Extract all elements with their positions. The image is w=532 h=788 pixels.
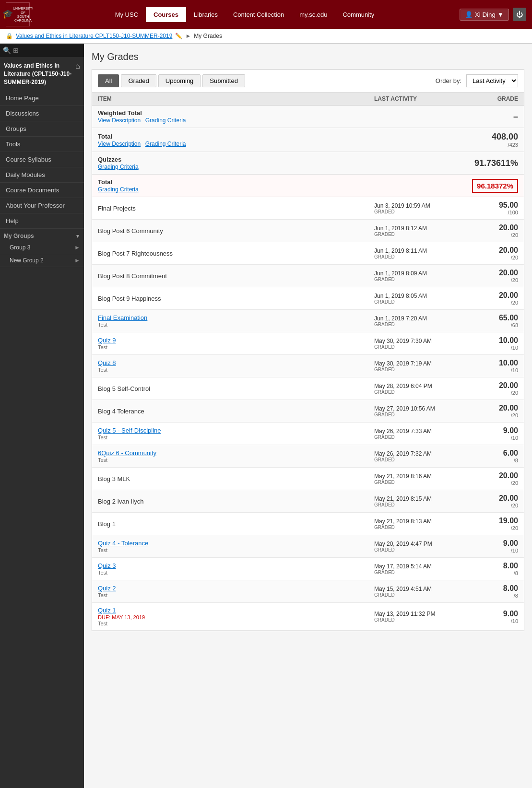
order-by-select[interactable]: Last Activity — [466, 74, 518, 87]
total-view-desc[interactable]: View Description — [98, 141, 141, 147]
grade-status: GRADED — [374, 480, 461, 485]
table-header: ITEM LAST ACTIVITY GRADE — [92, 93, 524, 106]
nav-my-usc[interactable]: My USC — [107, 7, 146, 22]
top-bar: 🎓 UNIVERSITY OFSOUTH CAROLINA My USC Cou… — [0, 0, 532, 29]
table-row: Final Examination Test Jun 1, 2019 7:20 … — [92, 310, 524, 332]
grade-item-cell: Final Examination Test — [98, 314, 374, 328]
quizzes-grading-criteria[interactable]: Grading Criteria — [98, 164, 139, 170]
grade-item-cell: Blog Post 7 Righteousness — [98, 250, 374, 257]
sidebar-item-daily-modules[interactable]: Daily Modules — [0, 167, 84, 183]
grade-item-name-link[interactable]: Quiz 9 — [98, 337, 116, 344]
grade-grade-cell: 20.00 /20 — [461, 246, 518, 260]
col-header-grade: GRADE — [461, 95, 518, 102]
sidebar-new-group-2[interactable]: New Group 2 ► — [0, 254, 84, 267]
grade-activity-cell: May 27, 2019 10:56 AM GRADED — [374, 405, 461, 417]
total2-grade: 96.18372% — [472, 179, 518, 193]
sidebar-group-3[interactable]: Group 3 ► — [0, 241, 84, 254]
grade-item-name: Blog 1 — [98, 520, 116, 528]
weighted-total-links: View Description Grading Criteria — [98, 117, 374, 124]
nav-community[interactable]: Community — [335, 7, 382, 22]
grade-item-name-link[interactable]: Quiz 8 — [98, 359, 116, 366]
filter-submitted-button[interactable]: Submitted — [202, 74, 245, 87]
sidebar-my-groups-header[interactable]: My Groups ▼ — [0, 229, 84, 241]
grade-activity-cell: May 26, 2019 7:32 AM GRADED — [374, 450, 461, 462]
filter-bar: All Graded Upcoming Submitted Order by: … — [92, 70, 524, 93]
nav-libraries[interactable]: Libraries — [186, 7, 225, 22]
grade-activity-date: May 26, 2019 7:32 AM — [374, 450, 461, 457]
grade-value: 20.00 — [461, 291, 518, 300]
grade-max: /20 — [461, 232, 518, 238]
sidebar-item-home-page[interactable]: Home Page — [0, 91, 84, 106]
sidebar-item-help[interactable]: Help — [0, 213, 84, 229]
weighted-total-grading-criteria[interactable]: Grading Criteria — [145, 117, 186, 124]
grade-item-name-link[interactable]: 6Quiz 6 - Community — [98, 449, 156, 457]
table-row: Blog Post 6 Community Jun 1, 2019 8:12 A… — [92, 220, 524, 242]
grade-status: GRADED — [374, 322, 461, 327]
top-nav: My USC Courses Libraries Content Collect… — [107, 7, 382, 22]
grade-status: GRADED — [374, 389, 461, 395]
filter-all-button[interactable]: All — [98, 74, 119, 87]
grade-item-cell: Blog 2 Ivan Ilych — [98, 498, 374, 505]
home-icon[interactable]: ⌂ — [75, 62, 80, 71]
grade-item-name-link[interactable]: Final Examination — [98, 314, 147, 321]
power-button[interactable]: ⏻ — [513, 8, 526, 21]
grade-item-name-link[interactable]: Quiz 5 - Self-Discipline — [98, 427, 161, 434]
total-grading-criteria[interactable]: Grading Criteria — [145, 141, 186, 147]
summary-row-weighted-total: Weighted Total View Description Grading … — [92, 106, 524, 128]
grade-grade-cell: 20.00 /20 — [461, 223, 518, 238]
grade-value: 6.00 — [461, 449, 518, 458]
table-row: Blog 2 Ivan Ilych May 21, 2019 8:15 AM G… — [92, 490, 524, 513]
grade-grade-cell: 10.00 /10 — [461, 336, 518, 351]
grade-grade-cell: 20.00 /20 — [461, 494, 518, 508]
grade-item-name: Blog Post 8 Commitment — [98, 272, 167, 280]
col-header-last-activity: LAST ACTIVITY — [374, 95, 461, 102]
total2-name: Total — [98, 178, 374, 186]
filter-graded-button[interactable]: Graded — [121, 74, 156, 87]
table-row: Blog Post 9 Happiness Jun 1, 2019 8:05 A… — [92, 287, 524, 310]
grade-item-name-link[interactable]: Quiz 1 — [98, 607, 116, 614]
total2-grading-criteria[interactable]: Grading Criteria — [98, 186, 139, 193]
grade-max: /20 — [461, 525, 518, 531]
dropdown-arrow: ▼ — [497, 11, 504, 18]
nav-content-collection[interactable]: Content Collection — [225, 7, 292, 22]
layout-icon[interactable]: ⊞ — [13, 47, 19, 54]
lock-icon: 🔒 — [6, 33, 13, 39]
sidebar-item-course-documents[interactable]: Course Documents — [0, 183, 84, 198]
weighted-total-view-desc[interactable]: View Description — [98, 117, 141, 124]
table-row: Quiz 2 Test May 15, 2019 4:51 AM GRADED … — [92, 580, 524, 603]
grade-item-cell: Quiz 8 Test — [98, 359, 374, 373]
grade-grade-cell: 65.00 /68 — [461, 314, 518, 328]
grades-container: All Graded Upcoming Submitted Order by: … — [92, 69, 524, 631]
search-icon[interactable]: 🔍 — [3, 47, 11, 54]
sidebar-course-header: Values and Ethics in Literature (CPLT150… — [0, 57, 84, 91]
grade-activity-date: Jun 1, 2019 7:20 AM — [374, 315, 461, 322]
grade-status: GRADED — [374, 254, 461, 259]
grade-activity-cell: May 17, 2019 5:14 AM GRADED — [374, 563, 461, 575]
breadcrumb-course-link[interactable]: Values and Ethics in Literature CPLT150-… — [16, 33, 172, 39]
sidebar-item-groups[interactable]: Groups — [0, 121, 84, 137]
nav-mysc[interactable]: my.sc.edu — [292, 7, 335, 22]
grade-activity-date: May 30, 2019 7:30 AM — [374, 338, 461, 344]
grade-item-name-link[interactable]: Quiz 4 - Tolerance — [98, 540, 148, 547]
grade-grade-cell: 8.00 /8 — [461, 562, 518, 576]
user-menu-button[interactable]: 👤 Xi Ding ▼ — [460, 9, 509, 21]
grade-item-name-link[interactable]: Quiz 3 — [98, 562, 116, 569]
grade-activity-cell: May 30, 2019 7:19 AM GRADED — [374, 360, 461, 372]
breadcrumb-edit-icon[interactable]: ✏️ — [175, 33, 182, 39]
grade-max: /8 — [461, 570, 518, 576]
filter-upcoming-button[interactable]: Upcoming — [158, 74, 201, 87]
sidebar-item-about-professor[interactable]: About Your Professor — [0, 198, 84, 213]
nav-courses[interactable]: Courses — [146, 7, 186, 22]
grade-item-name-link[interactable]: Quiz 2 — [98, 585, 116, 592]
grade-activity-date: May 13, 2019 11:32 PM — [374, 611, 461, 617]
sidebar-item-discussions[interactable]: Discussions — [0, 106, 84, 121]
sidebar-item-tools[interactable]: Tools — [0, 137, 84, 152]
grade-grade-cell: 20.00 /20 — [461, 291, 518, 306]
grade-status: GRADED — [374, 502, 461, 507]
grade-item-name: Blog Post 6 Community — [98, 227, 163, 235]
table-row: Quiz 3 Test May 17, 2019 5:14 AM GRADED … — [92, 558, 524, 580]
sidebar-item-course-syllabus[interactable]: Course Syllabus — [0, 152, 84, 167]
grade-item-cell: Blog Post 6 Community — [98, 227, 374, 235]
grade-value: 10.00 — [461, 359, 518, 367]
table-row: Quiz 5 - Self-Discipline Test May 26, 20… — [92, 423, 524, 445]
